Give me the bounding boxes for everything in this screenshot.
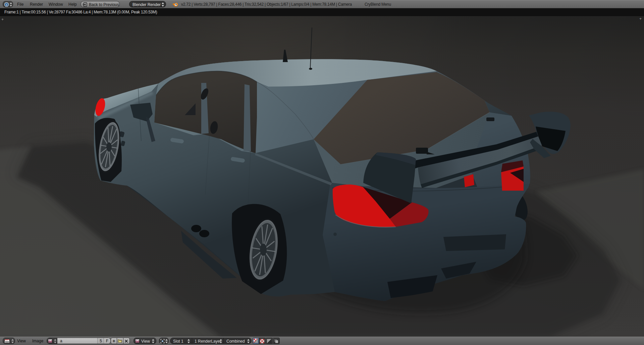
svg-text:+: + xyxy=(1,17,4,22)
svg-text:+: + xyxy=(639,16,642,21)
